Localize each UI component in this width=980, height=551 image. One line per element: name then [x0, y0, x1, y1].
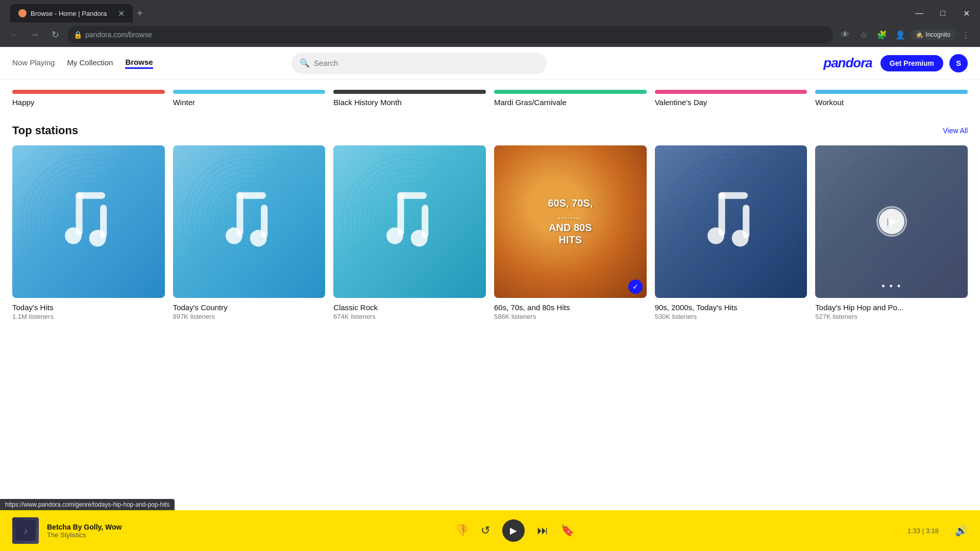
- nav-links: Now Playing My Collection Browse: [12, 58, 153, 69]
- station-listeners: 530K listeners: [655, 313, 807, 320]
- station-listeners: 897K listeners: [173, 313, 326, 320]
- svg-point-56: [410, 230, 427, 247]
- station-name: 60s, 70s, and 80s Hits: [494, 303, 647, 312]
- svg-rect-53: [397, 192, 426, 199]
- station-card-4[interactable]: ▶ 90s, 2000s, Today's Hits 530K listener…: [655, 145, 807, 320]
- url-tooltip: https://www.pandora.com/genre/todays-hip…: [0, 499, 175, 510]
- tab-bar: Browse - Home | Pandora ✕ + — □ ✕: [0, 0, 980, 22]
- svg-rect-72: [718, 192, 747, 199]
- station-listeners: 586K listeners: [494, 313, 647, 320]
- svg-rect-34: [236, 192, 265, 199]
- genre-row: Happy Winter Black History Month Mardi G…: [12, 80, 968, 112]
- close-window-button[interactable]: ✕: [954, 4, 978, 22]
- maximize-button[interactable]: □: [931, 4, 954, 22]
- profile-icon[interactable]: 👤: [892, 27, 909, 43]
- station-card-1[interactable]: ▶ Today's Country 897K listeners: [173, 145, 326, 320]
- genre-card-3[interactable]: Mardi Gras/Carnivale: [494, 90, 647, 107]
- station-name: Today's Hip Hop and Po...: [815, 303, 968, 312]
- tab-favicon: [18, 9, 27, 17]
- station-name: Today's Hits: [12, 303, 165, 312]
- active-tab[interactable]: Browse - Home | Pandora ✕: [10, 4, 133, 22]
- window-controls: — □ ✕: [908, 4, 980, 22]
- genre-bar: [173, 90, 326, 94]
- station-name: Classic Rock: [333, 303, 486, 312]
- get-premium-button[interactable]: Get Premium: [880, 55, 943, 71]
- search-icon: 🔍: [300, 58, 310, 68]
- pandora-logo: pandora: [823, 55, 872, 71]
- genre-label: Valentine's Day: [655, 98, 807, 107]
- nav-now-playing[interactable]: Now Playing: [12, 58, 55, 68]
- station-art: ▶: [655, 145, 807, 298]
- station-listeners: 1.1M listeners: [12, 313, 165, 320]
- incognito-icon: 🕵: [916, 31, 923, 38]
- genre-card-0[interactable]: Happy: [12, 90, 165, 107]
- genre-card-1[interactable]: Winter: [173, 90, 326, 107]
- search-bar[interactable]: 🔍: [291, 53, 547, 74]
- svg-point-35: [226, 228, 242, 244]
- svg-point-18: [89, 230, 106, 247]
- svg-point-75: [732, 230, 749, 247]
- genre-label: Happy: [12, 98, 165, 107]
- main-content: Happy Winter Black History Month Mardi G…: [0, 80, 980, 331]
- svg-rect-15: [76, 192, 105, 199]
- station-art: ▶: [333, 145, 486, 298]
- search-input[interactable]: [314, 59, 538, 67]
- view-all-link[interactable]: View All: [943, 127, 968, 135]
- browser-toolbar: ← → ↻ 🔒 pandora.com/browse 👁 ☆ 🧩 👤 🕵 Inc…: [0, 22, 980, 47]
- genre-label: Mardi Gras/Carnivale: [494, 98, 647, 107]
- bookmark-icon[interactable]: ☆: [855, 27, 872, 43]
- genre-bar: [815, 90, 968, 94]
- menu-button[interactable]: ⋮: [958, 27, 974, 43]
- extensions-icon[interactable]: 🧩: [874, 27, 890, 43]
- nav-my-collection[interactable]: My Collection: [67, 58, 113, 68]
- eye-off-icon[interactable]: 👁: [837, 27, 853, 43]
- new-tab-button[interactable]: +: [137, 8, 143, 19]
- browser-chrome: Browse - Home | Pandora ✕ + — □ ✕ ← → ↻ …: [0, 0, 980, 47]
- nav-browse[interactable]: Browse: [125, 58, 153, 69]
- station-card-3[interactable]: 60S, 70S,........AND 80SHITS ✓ ▶ 60s, 70…: [494, 145, 647, 320]
- station-art: ▶: [173, 145, 326, 298]
- station-name: 90s, 2000s, Today's Hits: [655, 303, 807, 312]
- genre-card-2[interactable]: Black History Month: [333, 90, 486, 107]
- svg-point-16: [65, 228, 82, 244]
- station-listeners: 674K listeners: [333, 313, 486, 320]
- incognito-label: Incognito: [925, 31, 950, 38]
- svg-point-37: [250, 230, 267, 247]
- reload-button[interactable]: ↻: [47, 27, 63, 43]
- top-stations-title: Top stations: [12, 124, 78, 137]
- genre-label: Black History Month: [333, 98, 486, 107]
- station-card-0[interactable]: ▶ Today's Hits 1.1M listeners: [12, 145, 165, 320]
- address-bar[interactable]: 🔒 pandora.com/browse: [67, 26, 833, 43]
- stations-row: ▶ Today's Hits 1.1M listeners: [12, 145, 968, 320]
- genre-card-4[interactable]: Valentine's Day: [655, 90, 807, 107]
- genre-bar: [333, 90, 486, 94]
- station-name: Today's Country: [173, 303, 326, 312]
- forward-button[interactable]: →: [27, 27, 43, 43]
- station-art: ▶: [12, 145, 165, 298]
- station-art: ▶ • • • ▶: [815, 145, 968, 298]
- station-listeners: 527K listeners: [815, 313, 968, 320]
- station-art: 60S, 70S,........AND 80SHITS ✓ ▶: [494, 145, 647, 298]
- pandora-app: Now Playing My Collection Browse 🔍 pando…: [0, 47, 980, 510]
- top-nav: Now Playing My Collection Browse 🔍 pando…: [0, 47, 980, 80]
- section-header: Top stations View All: [12, 112, 968, 145]
- svg-point-54: [386, 228, 403, 244]
- lock-icon: 🔒: [74, 31, 82, 39]
- station-card-2[interactable]: ▶ Classic Rock 674K listeners: [333, 145, 486, 320]
- close-tab-button[interactable]: ✕: [118, 9, 125, 18]
- genre-card-5[interactable]: Workout: [815, 90, 968, 107]
- genre-label: Workout: [815, 98, 968, 107]
- incognito-badge: 🕵 Incognito: [911, 29, 955, 40]
- tab-title: Browse - Home | Pandora: [31, 10, 114, 17]
- url-text: pandora.com/browse: [85, 31, 152, 39]
- user-avatar[interactable]: S: [949, 54, 968, 72]
- genre-bar: [655, 90, 807, 94]
- toolbar-icons: 👁 ☆ 🧩 👤 🕵 Incognito ⋮: [837, 27, 974, 43]
- genre-label: Winter: [173, 98, 326, 107]
- back-button[interactable]: ←: [6, 27, 22, 43]
- svg-point-73: [707, 228, 724, 244]
- station-card-5[interactable]: ▶ • • • ▶ Today's Hip Hop and Po... 527K…: [815, 145, 968, 320]
- genre-bar: [12, 90, 165, 94]
- genre-bar: [494, 90, 647, 94]
- minimize-button[interactable]: —: [908, 4, 931, 22]
